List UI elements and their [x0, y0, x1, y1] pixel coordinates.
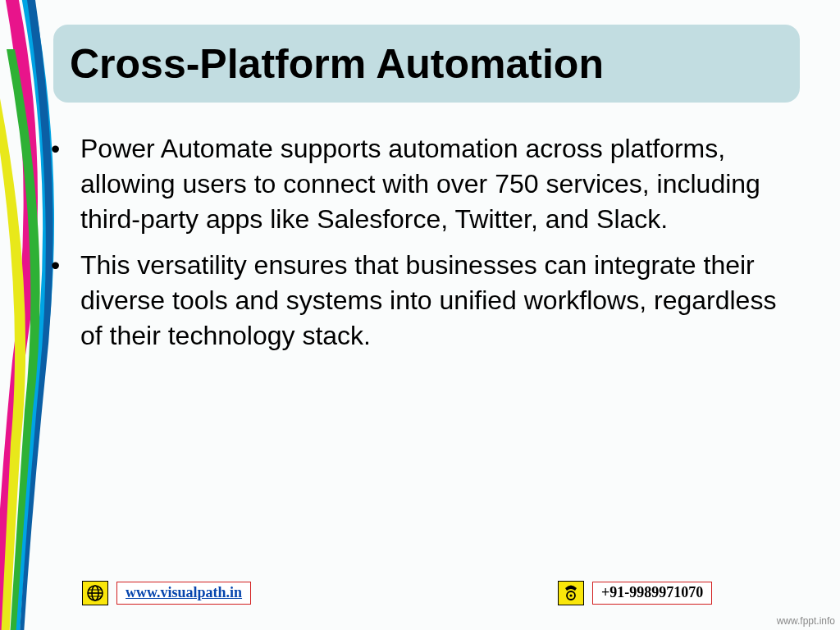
template-attribution: www.fppt.info [777, 615, 835, 627]
list-item: Power Automate supports automation acros… [33, 131, 804, 238]
slide-title: Cross-Platform Automation [70, 40, 604, 88]
website-link[interactable]: www.visualpath.in [116, 582, 251, 605]
phone-icon [558, 581, 584, 605]
bullet-list: Power Automate supports automation acros… [33, 131, 804, 354]
globe-icon [82, 581, 108, 605]
slide-title-bar: Cross-Platform Automation [53, 25, 800, 103]
contact-phone: +91-9989971070 [558, 581, 712, 605]
phone-number: +91-9989971070 [592, 582, 712, 605]
svg-point-4 [569, 594, 572, 596]
contact-website: www.visualpath.in [82, 581, 251, 605]
slide-footer: www.visualpath.in +91-9989971070 [0, 573, 840, 605]
list-item: This versatility ensures that businesses… [33, 248, 804, 354]
slide-body: Power Automate supports automation acros… [33, 131, 804, 363]
